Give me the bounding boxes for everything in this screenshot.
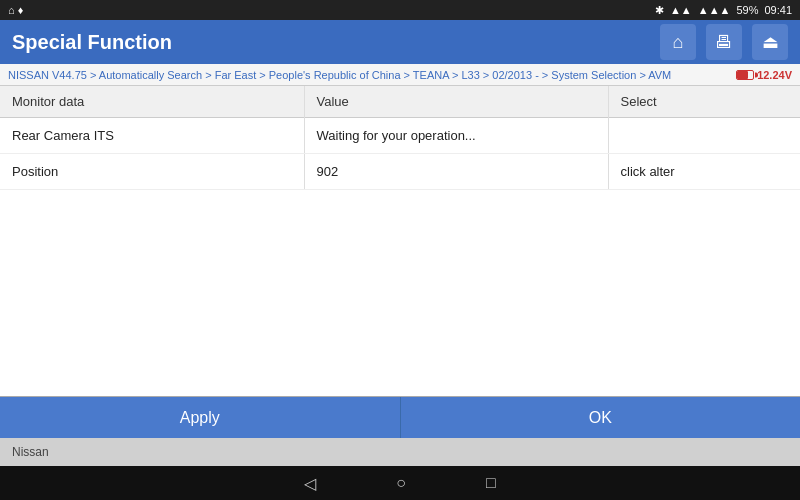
back-button[interactable]: ◁ (304, 474, 316, 493)
header: Special Function ⌂ 🖶 ⏏ (0, 20, 800, 64)
status-bar: ⌂ ♦ ✱ ▲▲ ▲▲▲ 59% 09:41 (0, 0, 800, 20)
breadcrumb-text: NISSAN V44.75 > Automatically Search > F… (8, 69, 671, 81)
button-bar: Apply OK (0, 396, 800, 438)
cell-monitor-0: Rear Camera ITS (0, 118, 304, 154)
cell-value-0: Waiting for your operation... (304, 118, 608, 154)
cell-value-1: 902 (304, 154, 608, 190)
bt-icon: ✱ (655, 4, 664, 17)
status-icons-left: ⌂ ♦ (8, 4, 23, 16)
home-nav-button[interactable]: ○ (396, 474, 406, 492)
voltage-display: 12.24V (736, 69, 792, 81)
col-header-monitor: Monitor data (0, 86, 304, 118)
table-row: Position 902 click alter (0, 154, 800, 190)
apply-button[interactable]: Apply (0, 397, 401, 438)
status-bar-right: ✱ ▲▲ ▲▲▲ 59% 09:41 (655, 4, 792, 17)
print-button[interactable]: 🖶 (706, 24, 742, 60)
col-header-select: Select (608, 86, 800, 118)
monitor-table: Monitor data Value Select Rear Camera IT… (0, 86, 800, 190)
battery-level: 59% (736, 4, 758, 16)
table-header-row: Monitor data Value Select (0, 86, 800, 118)
home-button[interactable]: ⌂ (660, 24, 696, 60)
cell-select-0 (608, 118, 800, 154)
android-nav-bar: ◁ ○ □ (0, 466, 800, 500)
battery-icon (736, 70, 754, 80)
brand-label: Nissan (12, 445, 49, 459)
footer: Nissan (0, 438, 800, 466)
signal-icon: ▲▲▲ (698, 4, 731, 16)
wifi-icon: ▲▲ (670, 4, 692, 16)
clock: 09:41 (764, 4, 792, 16)
header-icons: ⌂ 🖶 ⏏ (660, 24, 788, 60)
col-header-value: Value (304, 86, 608, 118)
table-container: Monitor data Value Select Rear Camera IT… (0, 86, 800, 396)
exit-button[interactable]: ⏏ (752, 24, 788, 60)
recent-button[interactable]: □ (486, 474, 496, 492)
table-row: Rear Camera ITS Waiting for your operati… (0, 118, 800, 154)
cell-select-1[interactable]: click alter (608, 154, 800, 190)
cell-monitor-1: Position (0, 154, 304, 190)
breadcrumb: NISSAN V44.75 > Automatically Search > F… (0, 64, 800, 86)
page-title: Special Function (12, 31, 172, 54)
status-bar-left: ⌂ ♦ (8, 4, 23, 16)
ok-button[interactable]: OK (401, 397, 801, 438)
